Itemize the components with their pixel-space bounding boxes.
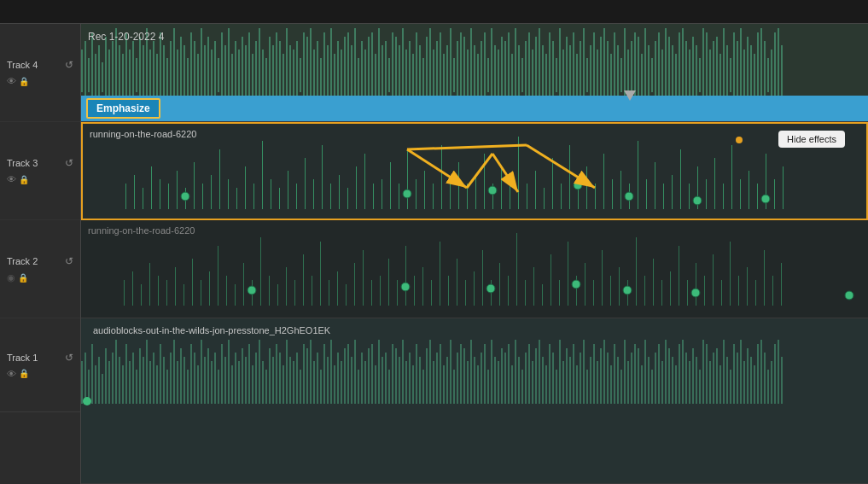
svg-rect-566 — [709, 361, 711, 404]
svg-rect-274 — [706, 179, 707, 209]
svg-rect-358 — [644, 276, 645, 306]
svg-rect-330 — [405, 246, 406, 306]
svg-rect-534 — [600, 348, 602, 404]
track-header-2: Track 2 ↺ ◉ 🔒 — [0, 220, 80, 318]
svg-rect-438 — [272, 357, 274, 404]
track4-eye-icon[interactable]: 👁 — [7, 76, 16, 86]
svg-rect-59 — [283, 54, 284, 96]
svg-rect-357 — [636, 237, 637, 306]
track2-undo-icon[interactable]: ↺ — [65, 255, 73, 267]
svg-rect-574 — [737, 353, 738, 404]
svg-rect-431 — [248, 344, 250, 404]
svg-rect-482 — [422, 370, 424, 404]
svg-rect-495 — [467, 361, 469, 404]
track4-undo-icon[interactable]: ↺ — [65, 59, 73, 71]
svg-rect-364 — [696, 263, 696, 306]
svg-rect-132 — [532, 50, 533, 96]
svg-rect-145 — [576, 54, 578, 96]
svg-rect-199 — [760, 28, 762, 105]
svg-rect-420 — [211, 361, 213, 404]
svg-rect-211 — [168, 184, 169, 209]
svg-rect-572 — [730, 370, 731, 404]
svg-rect-405 — [160, 344, 161, 404]
track1-lock-icon[interactable]: 🔒 — [19, 369, 29, 378]
svg-rect-511 — [521, 370, 523, 404]
svg-rect-41 — [221, 32, 223, 101]
svg-rect-452 — [320, 370, 322, 404]
svg-rect-573 — [733, 344, 735, 404]
hide-effects-tooltip[interactable]: Hide effects — [778, 131, 845, 148]
svg-rect-73 — [330, 28, 332, 105]
svg-rect-349 — [568, 242, 568, 306]
svg-rect-568 — [716, 348, 718, 404]
svg-rect-262 — [603, 154, 604, 209]
track-headers: Track 4 ↺ 👁 🔒 Track 3 ↺ 👁 🔒 — [0, 24, 81, 484]
svg-rect-201 — [767, 58, 769, 92]
svg-rect-135 — [542, 45, 544, 96]
svg-rect-174 — [675, 54, 677, 96]
track2-clip-label: running-on-the-road-6220 — [88, 225, 195, 236]
emphasize-button[interactable]: Emphasize — [86, 98, 160, 119]
svg-rect-454 — [327, 357, 329, 404]
svg-rect-555 — [672, 357, 673, 404]
svg-rect-485 — [433, 361, 434, 404]
svg-rect-554 — [668, 348, 670, 404]
svg-rect-369 — [738, 276, 739, 306]
svg-rect-164 — [641, 54, 643, 96]
track2-lock-icon[interactable]: 🔒 — [18, 273, 28, 283]
svg-rect-382 — [81, 361, 83, 404]
svg-rect-187 — [719, 54, 721, 96]
svg-rect-346 — [542, 284, 543, 306]
track-row-1: audioblocks-out-in-the-wilds-jon-pressto… — [81, 318, 868, 484]
svg-rect-106 — [443, 54, 445, 96]
svg-rect-491 — [453, 370, 455, 404]
svg-rect-445 — [296, 353, 298, 404]
svg-rect-442 — [286, 340, 288, 404]
svg-rect-20 — [149, 50, 151, 96]
track3-lock-icon[interactable]: 🔒 — [19, 175, 29, 184]
svg-rect-355 — [619, 267, 620, 306]
svg-rect-131 — [528, 32, 530, 96]
svg-rect-38 — [211, 50, 213, 96]
svg-rect-256 — [552, 158, 553, 209]
svg-rect-151 — [597, 50, 598, 96]
track2-eye-icon[interactable]: ◉ — [7, 272, 15, 283]
svg-rect-540 — [620, 370, 622, 404]
svg-rect-522 — [559, 340, 561, 404]
svg-rect-137 — [549, 32, 551, 101]
svg-rect-314 — [269, 276, 270, 306]
svg-rect-488 — [443, 365, 445, 404]
svg-rect-544 — [634, 344, 636, 404]
svg-rect-583 — [767, 370, 769, 404]
track1-waveform-svg — [81, 318, 868, 483]
track3-undo-icon[interactable]: ↺ — [65, 157, 73, 169]
svg-rect-396 — [129, 361, 131, 404]
svg-rect-428 — [238, 361, 240, 404]
svg-rect-215 — [202, 184, 203, 209]
svg-rect-354 — [610, 276, 611, 306]
track1-eye-icon[interactable]: 👁 — [7, 369, 16, 379]
svg-point-286 — [488, 186, 497, 195]
svg-rect-150 — [593, 32, 595, 96]
svg-rect-394 — [122, 365, 124, 404]
svg-rect-336 — [457, 259, 457, 306]
svg-rect-81 — [358, 58, 359, 96]
svg-rect-87 — [378, 28, 380, 105]
track3-eye-icon[interactable]: 👁 — [7, 174, 16, 184]
svg-rect-563 — [699, 370, 701, 404]
svg-rect-565 — [706, 344, 708, 404]
svg-rect-408 — [170, 353, 172, 404]
track1-undo-icon[interactable]: ↺ — [65, 352, 73, 364]
svg-rect-208 — [143, 188, 143, 209]
svg-rect-141 — [562, 50, 564, 96]
svg-rect-388 — [102, 374, 103, 404]
svg-rect-243 — [441, 145, 442, 209]
track4-lock-icon[interactable]: 🔒 — [19, 77, 29, 86]
svg-rect-392 — [115, 340, 117, 404]
svg-rect-118 — [484, 32, 486, 101]
svg-rect-226 — [296, 184, 297, 209]
svg-rect-401 — [146, 340, 148, 404]
svg-rect-470 — [382, 357, 383, 404]
svg-rect-317 — [294, 280, 295, 306]
svg-rect-15 — [132, 41, 134, 96]
